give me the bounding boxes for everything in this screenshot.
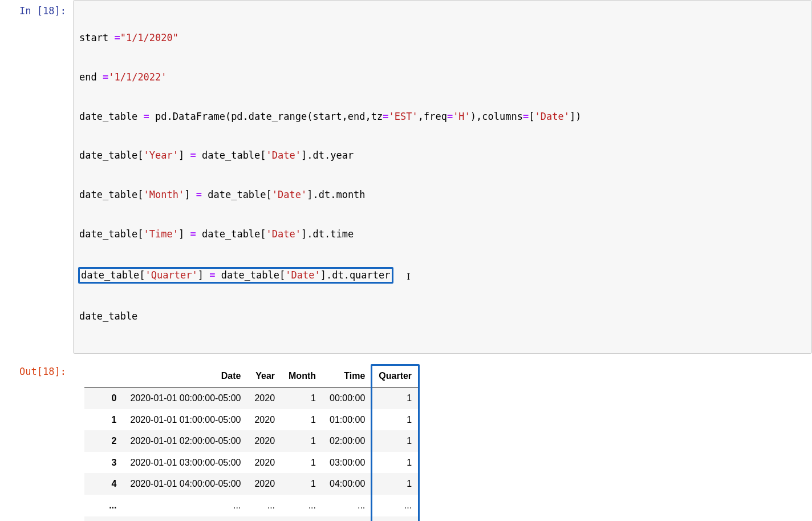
output-cell: Out[18]: Date Year Month Time Quarter 02… (0, 361, 812, 521)
cell-year: 2020 (247, 409, 282, 431)
row-index: 3 (84, 452, 124, 474)
cell-date: ... (124, 495, 248, 516)
cell-date: 2020-01-01 04:00:00-05:00 (124, 473, 248, 495)
cell-month: 1 (282, 409, 323, 431)
table-row: 22020-01-01 02:00:00-05:002020102:00:001 (84, 430, 419, 452)
out-prompt: Out[18]: (0, 361, 73, 521)
row-index: ... (84, 495, 124, 516)
col-header-quarter: Quarter (372, 365, 419, 387)
in-prompt: In [18]: (0, 0, 73, 354)
cell-quarter: 4 (372, 516, 419, 521)
row-index: 0 (84, 387, 124, 409)
cell-time: 00:00:00 (323, 387, 372, 409)
cell-date: 2020-01-01 02:00:00-05:00 (124, 430, 248, 452)
dataframe-table: Date Year Month Time Quarter 02020-01-01… (84, 365, 419, 521)
table-row: 32020-01-01 03:00:00-05:002020103:00:001 (84, 452, 419, 474)
cell-year: 2020 (247, 430, 282, 452)
cell-time: 03:00:00 (323, 452, 372, 474)
cell-month: 1 (282, 430, 323, 452)
cell-time: 01:00:00 (323, 409, 372, 431)
cell-month: 1 (282, 452, 323, 474)
table-header-row: Date Year Month Time Quarter (84, 365, 419, 387)
cell-date: 2020-01-01 00:00:00-05:00 (124, 387, 248, 409)
row-index: 17540 (84, 516, 124, 521)
table-row: 12020-01-01 01:00:00-05:002020101:00:001 (84, 409, 419, 431)
cell-year: 2020 (247, 452, 282, 474)
col-header-year: Year (247, 365, 282, 387)
cell-time: 20:00:00 (323, 516, 372, 521)
code-input[interactable]: start ="1/1/2020" end ='1/1/2022' date_t… (73, 0, 812, 354)
cell-month: 1 (282, 387, 323, 409)
cell-month: 12 (282, 516, 323, 521)
table-row: .................. (84, 495, 419, 516)
cell-month: ... (282, 495, 323, 516)
row-index: 1 (84, 409, 124, 431)
cell-time: 02:00:00 (323, 430, 372, 452)
cell-quarter: 1 (372, 452, 419, 474)
cell-quarter: ... (372, 495, 419, 516)
cell-time: 04:00:00 (323, 473, 372, 495)
cell-quarter: 1 (372, 409, 419, 431)
cell-year: ... (247, 495, 282, 516)
row-index: 2 (84, 430, 124, 452)
col-header-index (84, 365, 124, 387)
col-header-month: Month (282, 365, 323, 387)
cell-year: 2021 (247, 516, 282, 521)
table-row: 175402021-12-31 20:00:00-05:0020211220:0… (84, 516, 419, 521)
cell-month: 1 (282, 473, 323, 495)
cell-quarter: 1 (372, 473, 419, 495)
output-area: Date Year Month Time Quarter 02020-01-01… (73, 361, 812, 521)
cell-date: 2020-01-01 03:00:00-05:00 (124, 452, 248, 474)
input-cell: In [18]: start ="1/1/2020" end ='1/1/202… (0, 0, 812, 354)
cell-year: 2020 (247, 387, 282, 409)
col-header-date: Date (124, 365, 248, 387)
cell-time: ... (323, 495, 372, 516)
cell-quarter: 1 (372, 387, 419, 409)
col-header-time: Time (323, 365, 372, 387)
table-row: 42020-01-01 04:00:00-05:002020104:00:001 (84, 473, 419, 495)
cell-year: 2020 (247, 473, 282, 495)
text-cursor-icon: I (407, 270, 411, 284)
cell-quarter: 1 (372, 430, 419, 452)
cell-date: 2021-12-31 20:00:00-05:00 (124, 516, 248, 521)
table-row: 02020-01-01 00:00:00-05:002020100:00:001 (84, 387, 419, 409)
cell-date: 2020-01-01 01:00:00-05:00 (124, 409, 248, 431)
row-index: 4 (84, 473, 124, 495)
highlighted-code-line: date_table['Quarter'] = date_table['Date… (78, 267, 393, 284)
